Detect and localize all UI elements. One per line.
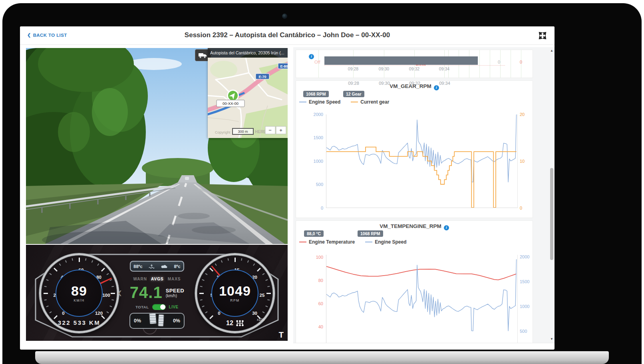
pedal-right-value: 0% — [173, 318, 180, 324]
outside-temp-value: 88ºc — [133, 264, 142, 269]
gear-value: 12 — [226, 320, 233, 327]
legend-swatch — [351, 102, 358, 102]
svg-text:+: + — [279, 127, 282, 133]
live-label: LIVE — [169, 305, 179, 309]
vehicle-marker[interactable] — [228, 90, 239, 101]
temperature-pill: 88ºc 8ºc — [130, 261, 184, 272]
legend-current-gear[interactable]: Current gear — [351, 99, 389, 105]
svg-text:00-XX-00: 00-XX-00 — [223, 101, 239, 106]
y-tick: 500 — [520, 329, 527, 334]
header-bar: ❮ BACK TO LIST Session 2392 – Autopista … — [20, 26, 555, 45]
x-tick: 09:32 — [409, 66, 419, 71]
app-window: ❮ BACK TO LIST Session 2392 – Autopista … — [20, 26, 555, 350]
y-tick: 10 — [520, 159, 525, 164]
temp-rpm-chart-card: VM_TEMPENGINE_RPMi 88,0 °C 1068 RPM Engi… — [296, 220, 533, 343]
speed-readout: 89 KM/H — [56, 270, 103, 317]
road-badge-e80: E-80 — [278, 63, 288, 69]
speed-unit: KM/H — [74, 298, 84, 302]
info-icon[interactable]: i — [444, 225, 449, 230]
y-tick: 60 — [302, 301, 323, 306]
webcam-icon — [282, 14, 287, 19]
x-tick: 09:28 — [348, 81, 359, 86]
legend-engine-speed[interactable]: Engine Speed — [299, 99, 340, 105]
fullscreen-button[interactable] — [538, 31, 547, 40]
legend-swatch — [299, 102, 306, 102]
brand-logo: T — [279, 330, 284, 340]
dashboard-center: 88ºc 8ºc WARN — [123, 245, 191, 341]
mode-toggle-row: TOTAL LIVE — [123, 304, 191, 310]
pedal-icons — [148, 314, 166, 328]
rpm-badge: 1068 RPM — [303, 91, 329, 97]
total-live-toggle[interactable] — [152, 304, 166, 310]
legend-engine-temperature[interactable]: Engine Temperature — [299, 239, 355, 245]
y-tick: 1000 — [520, 304, 529, 309]
status-chart-card[interactable]: i Off 09:28 09:30 09:32 09:34 0 0 — [296, 50, 533, 78]
y-tick: 20 — [520, 112, 525, 117]
gear-rpm-plot[interactable] — [326, 114, 518, 208]
mini-map[interactable]: Autopista del Cantábrico, 20305 Irún (..… — [208, 48, 288, 138]
total-label: TOTAL — [135, 305, 149, 309]
x-tick: 09:34 — [439, 66, 449, 71]
average-speed-row: 74.1 SPEED (km/h) — [123, 284, 191, 302]
scrollbar-thumb[interactable] — [550, 168, 553, 260]
page-title: Session 2392 – Autopista del Cantábrico … — [20, 31, 555, 39]
tab-avgs[interactable]: AVGS — [151, 277, 164, 281]
y-tick: 2000 — [520, 254, 529, 259]
map-canvas[interactable]: E-70 E-80 — [208, 58, 288, 138]
y-tick: 100 — [302, 255, 323, 260]
y-tick: 1000 — [302, 159, 323, 164]
average-speed-unit: (km/h) — [166, 294, 185, 298]
odometer: 322 533 KM — [41, 319, 117, 326]
x-tick: 09:34 — [439, 81, 450, 86]
legend-engine-speed[interactable]: Engine Speed — [365, 239, 406, 245]
stats-tabs: WARN AVGS MAXS — [123, 277, 191, 281]
chart-title: VM_TEMPENGINE_RPMi — [296, 223, 533, 230]
device-frame: ❮ BACK TO LIST Session 2392 – Autopista … — [2, 3, 642, 364]
tab-warn[interactable]: WARN — [133, 277, 147, 281]
toggle-knob — [160, 304, 165, 310]
gear-indicator: 12 — [197, 320, 273, 327]
rpm-value: 1049 — [219, 284, 251, 298]
y-tick: 40 — [302, 324, 323, 329]
rpm-badge: 1068 RPM — [358, 230, 383, 237]
temp-rpm-plot[interactable] — [326, 255, 518, 343]
x-tick: 09:30 — [379, 66, 389, 71]
average-speed-value: 74.1 — [130, 284, 163, 302]
chart-legend: Engine Temperature Engine Speed — [299, 239, 407, 245]
legend-swatch — [365, 242, 372, 242]
info-icon[interactable]: i — [434, 85, 439, 90]
y-tick: 0 — [520, 206, 522, 210]
info-icon[interactable]: i — [309, 54, 314, 59]
status-baseline — [324, 65, 505, 66]
svg-text:E-70: E-70 — [258, 75, 266, 79]
status-event-marks — [416, 65, 425, 66]
map-zoom-in-button[interactable]: + — [276, 126, 286, 134]
status-off-label: Off — [314, 60, 320, 64]
street-view-panel[interactable]: Autopista del Cantábrico, 20305 Irún (..… — [26, 48, 288, 244]
gear-rpm-chart-card: VM_GEAR_RPMi 1068 RPM 12 Gear Engine Spe… — [296, 80, 533, 218]
device-base — [35, 351, 609, 364]
y-tick: 500 — [302, 182, 323, 187]
map-address-bar: Autopista del Cantábrico, 20305 Irún (..… — [208, 48, 288, 58]
y-tick: 80 — [302, 278, 323, 283]
pedals-pill: 0% 0% — [129, 313, 185, 329]
scroll-up-icon[interactable]: ▲ — [549, 48, 555, 54]
coolant-temp-icon — [148, 264, 155, 269]
accelerator-pedal-icon — [158, 314, 164, 327]
status-right-value-red: 0 — [520, 60, 522, 64]
status-bar — [324, 56, 478, 65]
pedal-left-value: 0% — [134, 318, 141, 324]
scroll-down-icon[interactable]: ▼ — [549, 336, 555, 342]
prev-chevron-icon[interactable]: ❮ — [117, 290, 122, 296]
map-copyright: Copyright — [215, 130, 231, 134]
gear-shifter-icon — [236, 320, 244, 326]
y-tick: 1500 — [520, 279, 529, 284]
x-tick: 09:30 — [379, 81, 390, 86]
map-zoom-out-button[interactable]: − — [265, 126, 275, 134]
page-background: ❮ BACK TO LIST Session 2392 – Autopista … — [0, 0, 644, 364]
panel-scrollbar[interactable]: ▲ ▼ — [549, 47, 555, 343]
svg-text:E-80: E-80 — [280, 64, 288, 68]
charts-panel: i Off 09:28 09:30 09:32 09:34 0 0 VM_GEA… — [293, 47, 555, 343]
speed-value: 89 — [71, 284, 87, 298]
tab-maxs[interactable]: MAXS — [168, 277, 181, 281]
